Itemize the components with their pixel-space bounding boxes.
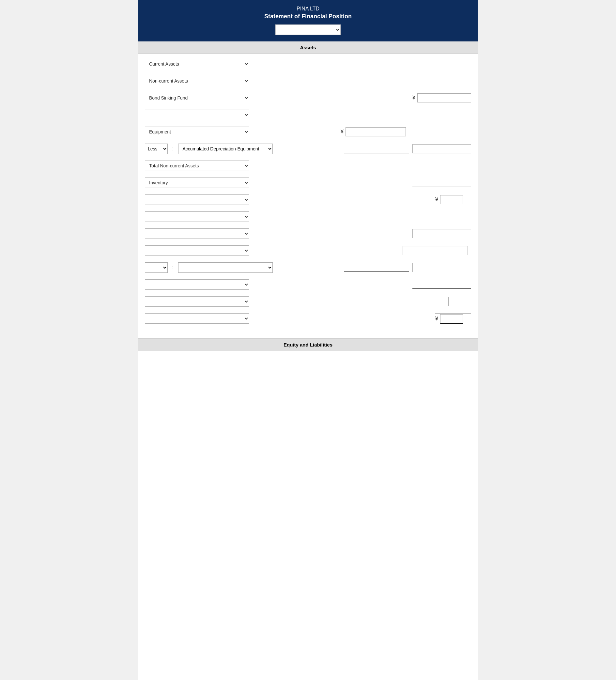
empty-7-cell [145,296,249,307]
total-non-current-cell: Total Non-current Assets [145,161,249,171]
acc-dep-dropdown[interactable]: Accumulated Depreciation-Equipment [178,144,273,154]
row-empty-7 [145,295,471,308]
empty-8-currency-symbol: ¥ [435,316,438,322]
less-combo-2: : [145,262,273,273]
bond-sinking-fund-dropdown[interactable]: Bond Sinking Fund [145,93,249,103]
row-less-2: : [145,261,471,275]
acc-dep-mid-cell [344,144,409,153]
row-empty-5 [145,244,471,257]
less-dropdown[interactable]: Less [145,144,168,154]
inventory-right-input[interactable] [412,178,471,187]
equipment-currency-cell: ¥ [341,127,406,136]
less-dropdown-2[interactable] [145,262,168,273]
empty-6-right-input[interactable] [412,280,471,289]
equipment-input[interactable] [345,127,406,136]
row-empty-far-right: ¥ [145,193,471,206]
empty-4-right-input[interactable] [412,229,471,238]
bond-currency-symbol: ¥ [412,95,415,101]
empty-5-mid-cell [402,246,468,255]
company-name: PINA LTD [145,6,471,12]
less-2-mid-cell [344,263,409,272]
current-assets-cell: Current Assets [145,59,249,69]
row-current-assets: Current Assets [145,57,471,71]
non-current-assets-cell: Non-current Assets [145,76,249,86]
far-right-currency-symbol: ¥ [435,197,438,203]
equity-liabilities-label: Equity and Liabilities [283,342,333,347]
date-select[interactable] [275,25,341,35]
empty-8-far-cell: ¥ [435,314,471,324]
empty-dropdown-2[interactable] [145,195,249,205]
colon-separator: : [172,146,174,152]
empty-dropdown-3[interactable] [145,211,249,222]
less-2-mid-input[interactable] [344,263,409,272]
inventory-cell: Inventory [145,177,249,188]
empty-dropdown-6[interactable] [145,279,249,290]
empty-7-far-cell [448,297,471,306]
bond-currency-cell: ¥ [412,93,471,103]
less-2-right-cell [412,263,471,272]
row-empty-4 [145,227,471,240]
equity-liabilities-bar: Equity and Liabilities [138,338,478,351]
equipment-currency-symbol: ¥ [341,129,343,135]
empty-3-cell [145,211,249,222]
empty-dropdown-8[interactable] [145,313,249,324]
empty-4-right-cell [412,229,471,238]
acc-dep-mid-input[interactable] [344,144,409,153]
row-total-non-current: Total Non-current Assets [145,159,471,173]
row-equipment: Equipment ¥ [145,125,471,139]
current-assets-dropdown[interactable]: Current Assets [145,59,249,69]
empty-6-cell [145,279,249,290]
inventory-dropdown[interactable]: Inventory [145,177,249,188]
assets-section-bar: Assets [138,41,478,54]
non-current-assets-dropdown[interactable]: Non-current Assets [145,76,249,86]
less-combo: Less : Accumulated Depreciation-Equipmen… [145,144,273,154]
row-inventory: Inventory [145,176,471,190]
row-empty-3 [145,210,471,224]
empty-5-mid-input[interactable] [402,246,468,255]
row-bond-sinking-fund: Bond Sinking Fund ¥ [145,91,471,105]
statement-title: Statement of Financial Position [145,13,471,20]
empty-2-cell [145,195,249,205]
content-area: Current Assets Non-current Assets Bond S… [138,54,478,332]
date-select-wrapper [145,25,471,35]
empty-1-cell [145,110,249,120]
bond-sinking-fund-cell: Bond Sinking Fund [145,93,249,103]
row-empty-1 [145,108,471,122]
row-empty-8: ¥ [145,312,471,325]
empty-dropdown-1[interactable] [145,110,249,120]
equipment-cell: Equipment [145,126,249,137]
empty-5-cell [145,245,249,256]
total-non-current-dropdown[interactable]: Total Non-current Assets [145,161,249,171]
less-2-right-input[interactable] [412,263,471,272]
colon-separator-2: : [172,265,174,271]
header: PINA LTD Statement of Financial Position [138,0,478,41]
acc-dep-right-cell [412,144,471,153]
assets-label: Assets [300,45,316,50]
row-less-acc-dep: Less : Accumulated Depreciation-Equipmen… [145,142,471,155]
acc-dep-right-input[interactable] [412,144,471,153]
bond-input[interactable] [417,93,471,103]
acc-dep-dropdown-2[interactable] [178,262,273,273]
empty-4-cell [145,228,249,239]
far-right-input[interactable] [440,195,463,204]
empty-dropdown-4[interactable] [145,228,249,239]
page-wrapper: PINA LTD Statement of Financial Position… [138,0,478,680]
empty-8-far-input[interactable] [440,314,463,324]
empty-8-cell [145,313,249,324]
row-empty-6 [145,278,471,291]
empty-dropdown-7[interactable] [145,296,249,307]
empty-dropdown-5[interactable] [145,245,249,256]
equipment-dropdown[interactable]: Equipment [145,126,249,137]
empty-7-far-input[interactable] [448,297,471,306]
far-right-currency-cell: ¥ [435,195,471,204]
inventory-right-cell [412,178,471,187]
empty-6-right-cell [412,280,471,289]
row-non-current-assets: Non-current Assets [145,74,471,88]
